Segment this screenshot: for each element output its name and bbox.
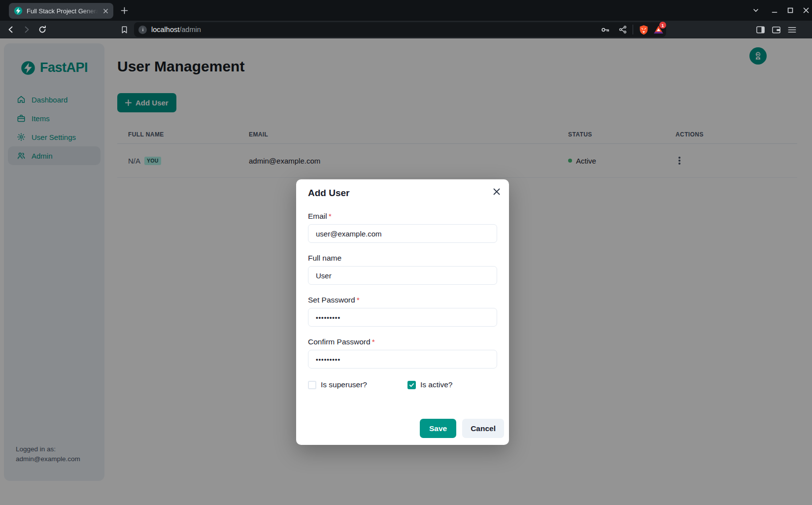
back-icon[interactable] <box>5 24 17 35</box>
save-button[interactable]: Save <box>420 419 456 438</box>
is-superuser-checkbox[interactable]: Is superuser? <box>308 380 407 389</box>
toolbar-separator <box>633 25 633 34</box>
browser-tab[interactable]: Full Stack Project Genera <box>9 3 113 19</box>
reload-icon[interactable] <box>36 24 48 35</box>
full-name-label: Full name <box>308 254 497 263</box>
rewards-badge: 1 <box>659 22 666 29</box>
window-close-icon[interactable] <box>800 4 812 17</box>
set-password-field[interactable] <box>308 308 497 327</box>
fastapi-favicon-icon <box>14 6 23 15</box>
tab-close-icon[interactable] <box>101 6 110 16</box>
required-asterisk: * <box>372 337 375 346</box>
wallet-icon[interactable] <box>770 24 782 35</box>
email-field-group: Email* <box>308 212 497 243</box>
url-text: localhost/admin <box>151 26 201 34</box>
confirm-password-label: Confirm Password* <box>308 337 497 346</box>
modal-body: Email* Full name Set Password* Confirm P… <box>296 199 509 389</box>
checkbox-row: Is superuser? Is active? <box>308 380 497 389</box>
modal-footer: Save Cancel <box>420 419 504 438</box>
check-icon <box>409 382 414 388</box>
modal-close-button[interactable] <box>489 184 505 200</box>
share-icon[interactable] <box>617 24 629 35</box>
cancel-button[interactable]: Cancel <box>462 419 504 438</box>
tab-title: Full Stack Project Genera <box>27 7 101 15</box>
set-password-label: Set Password* <box>308 296 497 304</box>
tab-bar: Full Stack Project Genera <box>0 0 812 21</box>
checkbox-checked-icon <box>407 381 416 389</box>
browser-window: Full Stack Project Genera <box>0 0 812 505</box>
url-host: localhost <box>151 26 179 34</box>
checkbox-unchecked-icon <box>308 381 316 389</box>
set-password-field-group: Set Password* <box>308 296 497 327</box>
confirm-password-field[interactable] <box>308 350 497 369</box>
saved-passwords-key-icon[interactable] <box>599 24 611 35</box>
required-asterisk: * <box>329 212 332 220</box>
is-active-label: Is active? <box>420 380 452 389</box>
menu-hamburger-icon[interactable] <box>786 24 798 35</box>
window-maximize-icon[interactable] <box>784 4 797 17</box>
modal-title: Add User <box>296 179 509 199</box>
bookmark-icon[interactable] <box>118 24 130 35</box>
tab-search-chevron-icon[interactable] <box>749 4 762 17</box>
page-content: FastAPI Dashboard Items User Settings A <box>0 38 812 505</box>
email-label: Email* <box>308 212 497 221</box>
window-minimize-icon[interactable] <box>768 4 781 17</box>
confirm-password-field-group: Confirm Password* <box>308 337 497 369</box>
add-user-modal: Add User Email* Full name Set Password* <box>296 179 509 445</box>
email-field[interactable] <box>308 224 497 243</box>
sidebar-panel-icon[interactable] <box>754 24 766 35</box>
is-active-checkbox[interactable]: Is active? <box>407 380 452 389</box>
close-icon <box>493 188 500 195</box>
forward-icon[interactable] <box>21 24 33 35</box>
full-name-field-group: Full name <box>308 254 497 285</box>
address-bar[interactable]: localhost/admin <box>134 22 666 37</box>
full-name-field[interactable] <box>308 266 497 285</box>
url-path: /admin <box>179 26 201 34</box>
required-asterisk: * <box>357 296 360 304</box>
site-info-icon[interactable] <box>138 26 147 34</box>
is-superuser-label: Is superuser? <box>321 380 367 389</box>
new-tab-icon[interactable] <box>118 4 130 16</box>
browser-toolbar: localhost/admin 1 <box>0 21 812 38</box>
brave-shield-icon[interactable] <box>638 24 649 35</box>
